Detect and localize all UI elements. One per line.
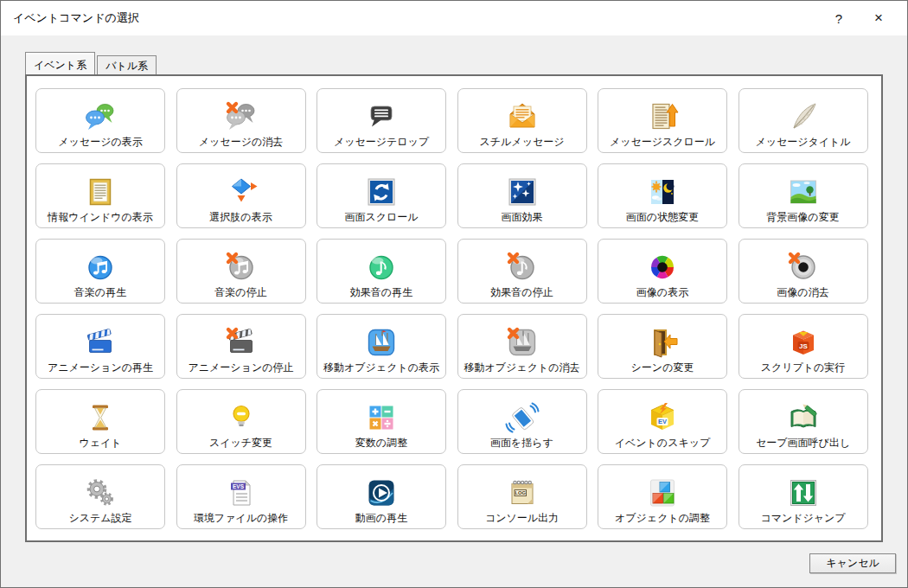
event-skip-icon: EV: [645, 399, 680, 437]
video-play-icon: [364, 474, 399, 512]
command-scene-change-button[interactable]: シーンの変更: [598, 314, 727, 379]
command-label: 移動オブジェクトの表示: [323, 362, 439, 374]
info-window-show-icon: [83, 173, 118, 211]
background-change-icon: [786, 173, 821, 211]
command-music-play-button[interactable]: 音楽の再生: [35, 239, 165, 304]
command-screen-scroll-button[interactable]: 画面スクロール: [317, 163, 446, 228]
command-wait-button[interactable]: ウェイト: [35, 389, 165, 454]
svg-text:EVS: EVS: [232, 483, 244, 489]
command-label: イベントのスキップ: [615, 438, 711, 449]
message-title-icon: [786, 98, 821, 136]
command-label: 画像の消去: [777, 287, 828, 298]
command-music-stop-button[interactable]: 音楽の停止: [176, 239, 306, 304]
command-label: メッセージの消去: [199, 137, 283, 148]
command-label: 画面効果: [502, 212, 543, 223]
event-command-dialog: イベントコマンドの選択 ? × イベント系 バトル系 メッセージの表示メッセージ…: [0, 0, 908, 588]
message-scroll-icon: [645, 98, 680, 136]
command-command-jump-button[interactable]: コマンドジャンプ: [739, 464, 868, 529]
object-adjust-icon: [645, 474, 680, 512]
command-jump-icon: [786, 474, 821, 512]
variable-adjust-icon: [364, 399, 399, 437]
close-button[interactable]: ×: [859, 1, 898, 35]
command-message-show-button[interactable]: メッセージの表示: [35, 88, 165, 153]
message-telop-icon: [364, 98, 399, 136]
command-label: 音楽の再生: [74, 287, 126, 298]
command-animation-play-button[interactable]: アニメーションの再生: [35, 314, 165, 379]
svg-text:EV: EV: [658, 418, 667, 425]
moving-object-show-icon: [364, 323, 399, 361]
command-grid: メッセージの表示メッセージの消去メッセージテロップスチルメッセージメッセージスク…: [27, 76, 881, 541]
command-script-run-button[interactable]: JSスクリプトの実行: [739, 314, 868, 379]
choices-show-icon: [224, 173, 259, 211]
sound-play-icon: [364, 248, 399, 286]
command-label: コマンドジャンプ: [760, 513, 845, 524]
command-label: アニメーションの再生: [48, 362, 153, 374]
save-screen-call-icon: [786, 399, 821, 437]
command-moving-object-erase-button[interactable]: 移動オブジェクトの消去: [457, 314, 587, 379]
command-object-adjust-button[interactable]: オブジェクトの調整: [598, 464, 727, 529]
command-label: メッセージの表示: [58, 137, 142, 148]
command-background-change-button[interactable]: 背景画像の変更: [739, 163, 868, 228]
image-erase-icon: [786, 248, 821, 286]
command-label: メッセージスクロール: [610, 137, 715, 148]
command-image-show-button[interactable]: 画像の表示: [598, 239, 727, 304]
scene-change-icon: [645, 323, 680, 361]
system-settings-icon: [83, 474, 118, 512]
animation-play-icon: [83, 323, 118, 361]
tab-battle[interactable]: バトル系: [97, 55, 157, 74]
tabbar: イベント系 バトル系: [25, 52, 158, 74]
command-image-erase-button[interactable]: 画像の消去: [739, 239, 868, 304]
command-label: 効果音の再生: [350, 287, 412, 298]
command-label: セーブ画面呼び出し: [756, 438, 850, 449]
command-screen-effect-button[interactable]: 画面効果: [457, 163, 587, 228]
command-label: 移動オブジェクトの消去: [464, 362, 580, 374]
command-switch-change-button[interactable]: スイッチ変更: [176, 389, 306, 454]
cancel-button[interactable]: キャンセル: [809, 553, 896, 573]
command-video-play-button[interactable]: 動画の再生: [317, 464, 446, 529]
command-env-file-operation-button[interactable]: EVS環境ファイルの操作: [176, 464, 306, 529]
command-label: 音楽の停止: [214, 287, 266, 298]
command-message-title-button[interactable]: メッセージタイトル: [739, 88, 868, 153]
command-animation-stop-button[interactable]: アニメーションの停止: [176, 314, 306, 379]
command-label: コンソール出力: [485, 513, 559, 524]
command-moving-object-show-button[interactable]: 移動オブジェクトの表示: [317, 314, 446, 379]
tab-event[interactable]: イベント系: [25, 52, 95, 74]
command-still-message-button[interactable]: スチルメッセージ: [457, 88, 587, 153]
command-variable-adjust-button[interactable]: 変数の調整: [317, 389, 446, 454]
command-sound-stop-button[interactable]: 効果音の停止: [457, 239, 587, 304]
message-erase-icon: [224, 98, 259, 136]
command-message-telop-button[interactable]: メッセージテロップ: [317, 88, 446, 153]
screen-state-change-icon: [645, 173, 680, 211]
command-message-scroll-button[interactable]: メッセージスクロール: [598, 88, 727, 153]
command-choices-show-button[interactable]: 選択肢の表示: [176, 163, 306, 228]
help-button[interactable]: ?: [819, 1, 859, 35]
command-label: メッセージテロップ: [334, 137, 429, 148]
command-label: 情報ウインドウの表示: [48, 212, 153, 223]
script-run-icon: JS: [786, 323, 821, 361]
command-system-settings-button[interactable]: システム設定: [35, 464, 165, 529]
command-label: オブジェクトの調整: [615, 513, 710, 524]
svg-text:JS: JS: [799, 342, 808, 350]
command-label: メッセージタイトル: [755, 137, 850, 148]
command-screen-state-change-button[interactable]: 画面の状態変更: [598, 163, 727, 228]
command-sound-play-button[interactable]: 効果音の再生: [317, 239, 446, 304]
command-save-screen-call-button[interactable]: セーブ画面呼び出し: [739, 389, 868, 454]
image-show-icon: [645, 248, 680, 286]
command-screen-shake-button[interactable]: 画面を揺らす: [457, 389, 587, 454]
command-console-output-button[interactable]: LOGコンソール出力: [457, 464, 587, 529]
command-label: 画像の表示: [636, 287, 688, 298]
command-label: 画面の状態変更: [626, 212, 699, 223]
svg-text:LOG: LOG: [515, 490, 526, 495]
command-label: スチルメッセージ: [480, 137, 565, 148]
command-label: 変数の調整: [355, 438, 407, 449]
screen-scroll-icon: [364, 173, 399, 211]
still-message-icon: [505, 98, 540, 136]
command-label: シーンの変更: [631, 362, 694, 374]
command-info-window-show-button[interactable]: 情報ウインドウの表示: [35, 163, 165, 228]
command-event-skip-button[interactable]: EVイベントのスキップ: [598, 389, 727, 454]
screen-shake-icon: [505, 399, 540, 437]
command-label: スイッチ変更: [209, 438, 272, 449]
command-label: 背景画像の変更: [766, 212, 839, 223]
command-message-erase-button[interactable]: メッセージの消去: [176, 88, 306, 153]
command-label: システム設定: [68, 513, 131, 524]
